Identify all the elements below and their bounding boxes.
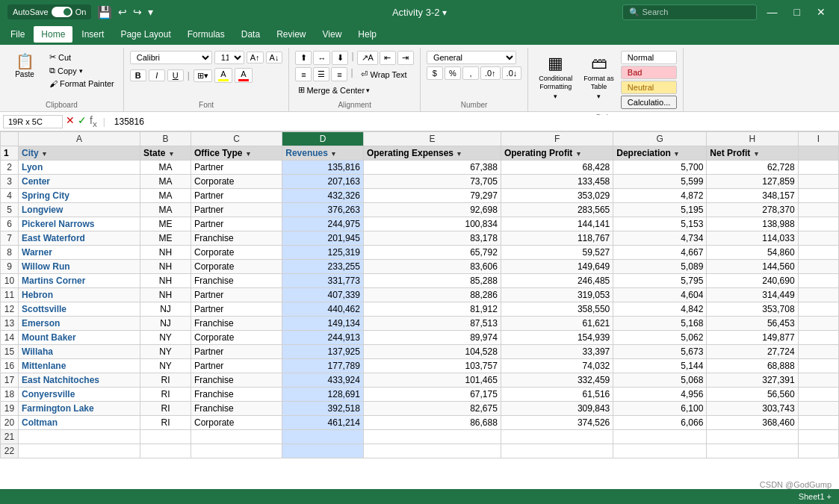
conditional-dropdown-icon[interactable]: ▾ <box>554 93 557 100</box>
state-cell[interactable]: RI <box>140 373 191 388</box>
opprofit-cell[interactable]: 332,459 <box>501 373 613 388</box>
netprofit-cell[interactable]: 114,033 <box>707 231 798 246</box>
increase-decimal-button[interactable]: .0↑ <box>480 66 501 80</box>
opprofit-cell[interactable]: 133,458 <box>501 175 613 189</box>
normal-style-button[interactable]: Normal <box>621 51 677 64</box>
revenue-cell[interactable]: 432,326 <box>282 189 364 203</box>
format-painter-button[interactable]: 🖌 Format Painter <box>46 78 117 90</box>
save-icon[interactable]: 💾 <box>97 5 112 19</box>
opprofit-cell[interactable]: 283,565 <box>501 203 613 217</box>
borders-button[interactable]: ⊞▾ <box>194 69 212 82</box>
center-align-button[interactable]: ☰ <box>313 67 329 81</box>
netprofit-cell[interactable]: 127,859 <box>707 175 798 189</box>
format-table-dropdown-icon[interactable]: ▾ <box>597 93 601 100</box>
depr-cell[interactable]: 6,100 <box>613 402 707 416</box>
city-cell[interactable]: Farmington Lake <box>19 402 140 416</box>
state-cell[interactable]: NJ <box>140 317 191 331</box>
depr-cell[interactable]: 4,842 <box>613 302 707 317</box>
opprofit-cell[interactable]: 154,939 <box>501 331 613 345</box>
revenue-cell[interactable]: 149,134 <box>282 317 364 331</box>
insert-function-icon[interactable]: fx <box>90 114 97 128</box>
depr-cell[interactable]: 5,062 <box>613 331 707 345</box>
bad-style-button[interactable]: Bad <box>621 66 677 79</box>
opexp-cell[interactable]: 81,912 <box>363 302 501 317</box>
revenue-cell[interactable]: 407,339 <box>282 288 364 302</box>
opprofit-cell[interactable]: 353,029 <box>501 189 613 203</box>
netprofit-cell[interactable]: 27,724 <box>707 345 798 359</box>
state-cell[interactable]: RI <box>140 416 191 430</box>
calculation-style-button[interactable]: Calculatio... <box>621 96 677 109</box>
opprofit-cell[interactable]: 149,649 <box>501 260 613 274</box>
middle-align-button[interactable]: ↔ <box>313 51 330 65</box>
customize-icon[interactable]: ▾ <box>148 6 153 18</box>
depr-cell[interactable]: 4,604 <box>613 288 707 302</box>
city-cell[interactable]: Emerson <box>19 317 140 331</box>
depr-cell[interactable]: 5,195 <box>613 203 707 217</box>
wrap-text-button[interactable]: ⏎ Wrap Text <box>356 67 412 81</box>
type-cell[interactable]: Franchise <box>191 388 282 402</box>
menu-home[interactable]: Home <box>34 26 72 43</box>
close-button[interactable]: ✕ <box>811 6 832 18</box>
state-cell[interactable]: NH <box>140 288 191 302</box>
opexp-cell[interactable]: 86,688 <box>363 416 501 430</box>
state-cell[interactable]: NY <box>140 345 191 359</box>
city-cell[interactable]: Mittenlane <box>19 359 140 373</box>
autosave-toggle[interactable] <box>52 7 72 17</box>
type-cell[interactable]: Franchise <box>191 274 282 288</box>
copy-button[interactable]: ⧉ Copy ▾ <box>46 64 117 77</box>
type-cell[interactable]: Franchise <box>191 402 282 416</box>
city-cell[interactable]: East Natchitoches <box>19 373 140 388</box>
state-cell[interactable]: RI <box>140 402 191 416</box>
netprofit-cell[interactable]: 303,743 <box>707 402 798 416</box>
col-h-header[interactable]: H <box>707 132 798 146</box>
depr-cell[interactable]: 6,066 <box>613 416 707 430</box>
opprofit-cell[interactable]: 358,550 <box>501 302 613 317</box>
netprofit-cell[interactable]: 144,560 <box>707 260 798 274</box>
city-cell[interactable]: Willow Run <box>19 260 140 274</box>
italic-button[interactable]: I <box>149 69 165 81</box>
maximize-button[interactable]: □ <box>788 6 806 18</box>
type-cell[interactable]: Partner <box>191 189 282 203</box>
depr-cell[interactable]: 5,599 <box>613 175 707 189</box>
decrease-font-button[interactable]: A↓ <box>266 52 283 63</box>
menu-view[interactable]: View <box>315 26 350 43</box>
netprofit-cell[interactable]: 353,708 <box>707 302 798 317</box>
opexp-cell[interactable]: 65,792 <box>363 246 501 260</box>
type-cell[interactable]: Partner <box>191 203 282 217</box>
depr-cell[interactable]: 5,153 <box>613 217 707 231</box>
netprofit-cell[interactable]: 56,560 <box>707 388 798 402</box>
title-dropdown-icon[interactable]: ▾ <box>442 7 447 18</box>
revenues-filter[interactable]: ▾ <box>332 150 335 158</box>
netprofit-cell[interactable]: 138,988 <box>707 217 798 231</box>
menu-page-layout[interactable]: Page Layout <box>113 26 178 43</box>
depr-cell[interactable]: 5,168 <box>613 317 707 331</box>
netprofit-cell[interactable]: 56,453 <box>707 317 798 331</box>
opprofit-cell[interactable]: 118,767 <box>501 231 613 246</box>
state-cell[interactable]: MA <box>140 203 191 217</box>
opexp-cell[interactable]: 103,757 <box>363 359 501 373</box>
opprofit-cell[interactable]: 144,141 <box>501 217 613 231</box>
city-cell[interactable]: Pickerel Narrows <box>19 217 140 231</box>
menu-file[interactable]: File <box>3 26 32 43</box>
depr-filter[interactable]: ▾ <box>675 150 678 158</box>
revenue-cell[interactable]: 392,518 <box>282 402 364 416</box>
revenue-cell[interactable]: 376,263 <box>282 203 364 217</box>
type-cell[interactable]: Corporate <box>191 331 282 345</box>
opexp-cell[interactable]: 100,834 <box>363 217 501 231</box>
op-profit-filter[interactable]: ▾ <box>577 150 581 158</box>
col-e-header[interactable]: E <box>363 132 501 146</box>
opexp-cell[interactable]: 92,698 <box>363 203 501 217</box>
undo-icon[interactable]: ↩ <box>118 6 127 18</box>
depr-cell[interactable]: 4,734 <box>613 231 707 246</box>
menu-data[interactable]: Data <box>234 26 267 43</box>
opprofit-cell[interactable]: 374,526 <box>501 416 613 430</box>
city-cell[interactable]: Mount Baker <box>19 331 140 345</box>
state-cell[interactable]: NY <box>140 359 191 373</box>
city-cell[interactable]: Warner <box>19 246 140 260</box>
type-cell[interactable]: Franchise <box>191 231 282 246</box>
city-cell[interactable]: East Waterford <box>19 231 140 246</box>
cut-button[interactable]: ✂ Cut <box>46 51 117 63</box>
opprofit-cell[interactable]: 61,516 <box>501 388 613 402</box>
type-cell[interactable]: Franchise <box>191 317 282 331</box>
indent-decrease-button[interactable]: ⇤ <box>380 51 396 65</box>
